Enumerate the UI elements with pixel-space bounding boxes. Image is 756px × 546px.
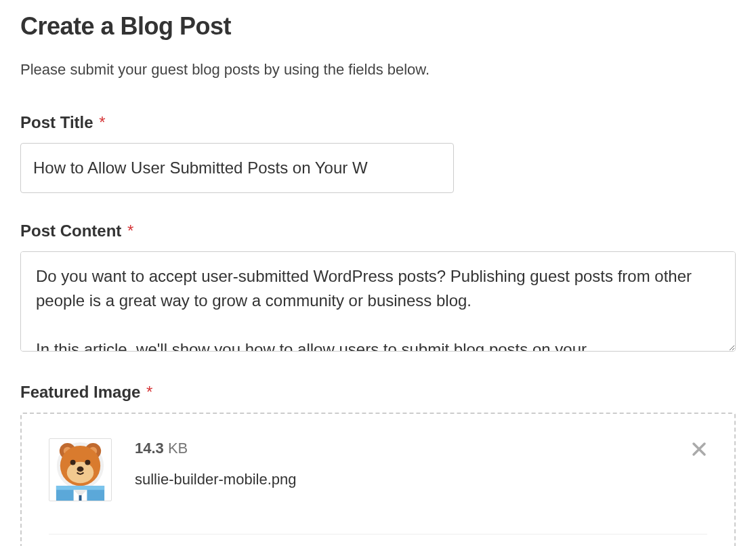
post-content-label-text: Post Content (20, 222, 121, 240)
post-title-label: Post Title * (20, 113, 736, 132)
file-size: 14.3 KB (135, 440, 707, 457)
post-content-field: Post Content * (20, 222, 736, 354)
featured-image-label: Featured Image * (20, 383, 736, 402)
post-content-label: Post Content * (20, 222, 736, 240)
upload-dropzone[interactable]: 14.3 KB sullie-builder-mobile.png (20, 413, 736, 546)
post-title-field: Post Title * (20, 113, 736, 193)
svg-point-7 (70, 459, 76, 465)
svg-rect-13 (79, 495, 82, 501)
svg-point-8 (85, 459, 90, 465)
svg-point-9 (77, 466, 84, 471)
svg-point-6 (67, 461, 94, 483)
required-mark: * (99, 113, 105, 131)
file-meta: 14.3 KB sullie-builder-mobile.png (135, 438, 707, 488)
file-size-value: 14.3 (135, 440, 164, 457)
post-content-textarea[interactable] (20, 251, 736, 352)
required-mark: * (127, 222, 133, 240)
required-mark: * (146, 383, 152, 401)
uploaded-file-row: 14.3 KB sullie-builder-mobile.png (49, 438, 707, 534)
bear-avatar-icon (49, 439, 111, 501)
form-title: Create a Blog Post (20, 12, 736, 41)
post-title-label-text: Post Title (20, 113, 93, 131)
featured-image-label-text: Featured Image (20, 383, 140, 401)
file-name: sullie-builder-mobile.png (135, 471, 707, 488)
remove-file-button[interactable] (687, 437, 711, 461)
close-icon (691, 441, 707, 457)
file-thumbnail (49, 438, 112, 501)
form-description: Please submit your guest blog posts by u… (20, 60, 736, 81)
post-title-input[interactable] (20, 143, 454, 193)
file-size-unit: KB (164, 440, 188, 457)
featured-image-field: Featured Image * (20, 383, 736, 546)
svg-rect-11 (56, 486, 104, 490)
